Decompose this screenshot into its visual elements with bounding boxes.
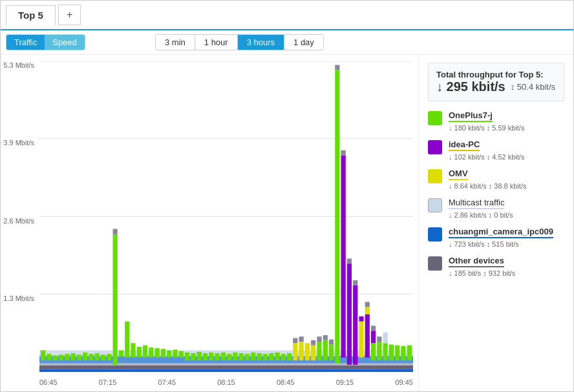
legend-item-3: Multicast traffic ↓ 2.86 kbit/s ↕ 0 bit/… — [428, 198, 564, 219]
svg-rect-34 — [191, 353, 195, 360]
svg-rect-48 — [275, 353, 279, 360]
time-3hours-button[interactable]: 3 hours — [238, 35, 284, 50]
svg-rect-72 — [359, 322, 363, 358]
svg-rect-27 — [149, 347, 153, 358]
legend-name-0: OnePlus7-j — [449, 110, 493, 122]
total-throughput-box: Total throughput for Top 5: ↓ 295 kbit/s… — [428, 63, 564, 101]
legend-item-2: OMV ↓ 8.64 kbit/s ↕ 38.8 kbit/s — [428, 169, 564, 190]
svg-rect-71 — [353, 280, 357, 285]
svg-rect-17 — [95, 353, 100, 360]
svg-rect-18 — [101, 355, 105, 360]
svg-rect-22 — [119, 350, 123, 356]
svg-rect-58 — [317, 342, 321, 360]
legend-info-2: OMV ↓ 8.64 kbit/s ↕ 38.8 kbit/s — [449, 169, 564, 190]
svg-rect-12 — [65, 354, 69, 360]
svg-rect-84 — [389, 344, 394, 360]
svg-rect-19 — [107, 354, 111, 360]
time-1hour-button[interactable]: 1 hour — [195, 35, 238, 50]
svg-rect-60 — [323, 340, 328, 360]
legend-item-1: idea-PC ↓ 102 kbit/s ↕ 4.52 kbit/s — [428, 139, 564, 161]
legend-info-5: Other devices ↓ 185 bit/s ↕ 932 bit/s — [449, 256, 564, 277]
svg-rect-64 — [335, 70, 339, 363]
svg-rect-14 — [77, 355, 81, 360]
svg-rect-25 — [137, 347, 142, 358]
x-label-0815: 08:15 — [217, 378, 235, 386]
x-label-0715: 07:15 — [99, 378, 117, 386]
legend-name-5: Other devices — [449, 256, 504, 267]
x-label-0845: 08:45 — [277, 378, 295, 386]
legend-color-1 — [428, 140, 442, 154]
y-label-2: 1.3 Mbit/s — [3, 294, 34, 302]
svg-rect-11 — [59, 355, 63, 360]
svg-rect-56 — [311, 346, 315, 360]
svg-rect-30 — [167, 350, 171, 357]
svg-rect-40 — [227, 354, 231, 360]
legend-stats-1: ↓ 102 kbit/s ↕ 4.52 kbit/s — [449, 153, 564, 161]
svg-rect-32 — [179, 351, 184, 358]
time-1day-button[interactable]: 1 day — [284, 35, 323, 50]
svg-rect-53 — [299, 342, 304, 360]
svg-rect-42 — [239, 353, 244, 360]
legend-color-2 — [428, 169, 442, 183]
svg-rect-83 — [383, 332, 388, 343]
svg-rect-69 — [347, 258, 352, 263]
total-value: ↓ 295 kbit/s ↕ 50.4 kbit/s — [436, 79, 556, 94]
svg-rect-9 — [47, 354, 51, 360]
legend-name-4: chuangmi_camera_ipc009 — [449, 227, 553, 238]
legend-color-3 — [428, 198, 442, 212]
x-label-0645: 06:45 — [39, 378, 58, 386]
svg-rect-78 — [371, 331, 376, 343]
svg-rect-23 — [125, 322, 129, 358]
svg-rect-49 — [281, 354, 286, 360]
legend-stats-2: ↓ 8.64 kbit/s ↕ 38.8 kbit/s — [449, 182, 564, 190]
chart-svg — [39, 61, 413, 372]
traffic-button[interactable]: Traffic — [6, 35, 45, 50]
svg-rect-21 — [113, 229, 118, 235]
svg-rect-43 — [245, 354, 250, 360]
tab-top5[interactable]: Top 5 — [6, 5, 56, 26]
main-content: 5.3 Mbit/s 3.9 Mbit/s 2.6 Mbit/s 1.3 Mbi… — [1, 55, 573, 391]
svg-rect-67 — [341, 150, 346, 156]
svg-rect-59 — [317, 336, 321, 342]
svg-rect-28 — [155, 348, 160, 358]
svg-rect-77 — [371, 343, 376, 360]
svg-rect-50 — [287, 353, 292, 360]
svg-rect-70 — [353, 285, 357, 365]
svg-rect-31 — [173, 349, 177, 357]
svg-rect-24 — [131, 343, 135, 357]
svg-rect-39 — [221, 353, 226, 360]
svg-rect-87 — [407, 346, 412, 360]
speed-button[interactable]: Speed — [45, 35, 85, 50]
y-label-3: 2.6 Mbit/s — [3, 217, 34, 225]
svg-rect-33 — [185, 353, 189, 360]
legend-name-1: idea-PC — [449, 139, 480, 151]
svg-rect-61 — [323, 335, 328, 340]
legend-stats-3: ↓ 2.86 kbit/s ↕ 0 bit/s — [449, 211, 564, 219]
svg-rect-16 — [89, 354, 93, 360]
svg-rect-76 — [365, 302, 370, 307]
y-label-4: 3.9 Mbit/s — [3, 139, 34, 147]
tab-bar: Top 5 + — [1, 1, 573, 30]
svg-rect-82 — [383, 343, 388, 360]
svg-rect-68 — [347, 263, 352, 365]
legend-stats-0: ↓ 180 kbit/s ↕ 5.59 kbit/s — [449, 124, 564, 132]
svg-rect-57 — [311, 340, 315, 346]
x-label-0945: 09:45 — [395, 378, 413, 386]
legend-color-4 — [428, 227, 442, 242]
svg-rect-75 — [365, 307, 370, 314]
svg-rect-65 — [335, 65, 339, 70]
legend-stats-4: ↓ 723 kbit/s ↕ 515 bit/s — [449, 240, 564, 248]
total-title: Total throughput for Top 5: — [436, 70, 556, 79]
time-range-toggle: 3 min 1 hour 3 hours 1 day — [155, 34, 324, 50]
legend-info-4: chuangmi_camera_ipc009 ↓ 723 kbit/s ↕ 51… — [449, 227, 564, 248]
svg-rect-44 — [251, 353, 255, 360]
svg-rect-86 — [401, 346, 405, 360]
time-3min-button[interactable]: 3 min — [156, 35, 195, 50]
svg-rect-62 — [329, 344, 334, 360]
svg-rect-41 — [233, 353, 237, 360]
svg-rect-89 — [39, 366, 413, 369]
legend-panel: Total throughput for Top 5: ↓ 295 kbit/s… — [418, 55, 573, 391]
svg-rect-26 — [143, 346, 147, 358]
tab-add-button[interactable]: + — [58, 5, 81, 25]
svg-rect-10 — [53, 355, 58, 360]
